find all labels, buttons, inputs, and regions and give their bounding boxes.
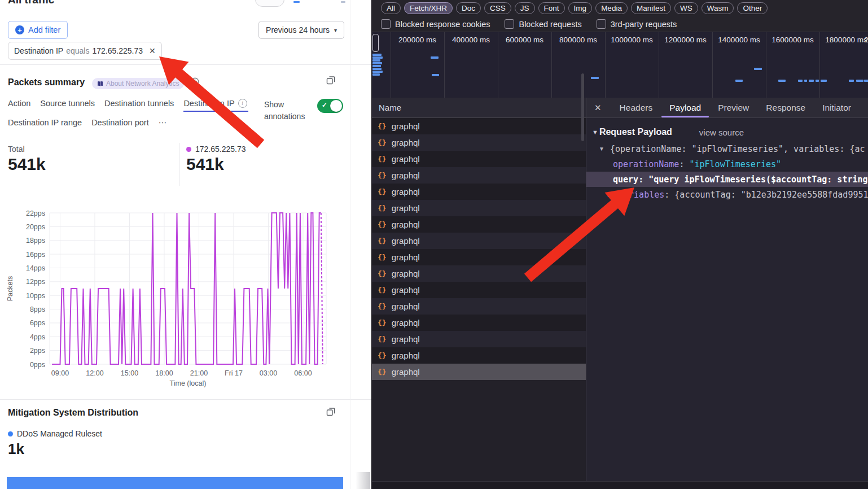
filter-pill-all[interactable]: All bbox=[381, 2, 401, 14]
detail-tab-preview[interactable]: Preview bbox=[718, 98, 749, 117]
devtools-footer bbox=[372, 481, 868, 489]
svg-text:18:00: 18:00 bbox=[155, 369, 173, 377]
filter-pill-doc[interactable]: Doc bbox=[456, 2, 481, 14]
filter-pill-media[interactable]: Media bbox=[595, 2, 628, 14]
filter-pill-js[interactable]: JS bbox=[515, 2, 535, 14]
request-timing-mark bbox=[372, 71, 383, 73]
tab-destination-ip-range[interactable]: Destination IP range bbox=[8, 118, 82, 127]
network-timeline[interactable]: 200000 ms400000 ms600000 ms800000 ms1000… bbox=[372, 32, 868, 98]
code-segment: : bbox=[664, 190, 674, 200]
scrollbar-thumb[interactable] bbox=[581, 73, 584, 141]
request-name: graphql bbox=[392, 334, 420, 344]
filter-chip-value: 172.65.225.73 bbox=[92, 46, 143, 55]
close-icon[interactable]: ✕ bbox=[594, 103, 602, 113]
svg-text:8pps: 8pps bbox=[30, 305, 45, 313]
request-timing-mark bbox=[372, 54, 382, 56]
tab-action[interactable]: Action bbox=[8, 99, 30, 108]
expand-card-icon[interactable] bbox=[326, 407, 335, 416]
collapsed-triangle-icon[interactable]: ▶ bbox=[608, 191, 612, 198]
timeline-label: 200000 ms bbox=[398, 36, 436, 44]
expand-card-icon[interactable] bbox=[326, 76, 335, 85]
json-braces-icon: {} bbox=[378, 368, 387, 376]
filter-pill-font[interactable]: Font bbox=[538, 2, 565, 14]
request-row[interactable]: {}graphql bbox=[372, 216, 586, 233]
timeline-label: 800000 ms bbox=[559, 36, 597, 44]
request-row[interactable]: {}graphql bbox=[372, 200, 586, 216]
request-name: graphql bbox=[392, 121, 420, 131]
svg-text:03:00: 03:00 bbox=[260, 369, 277, 377]
detail-tab-response[interactable]: Response bbox=[766, 98, 805, 117]
tab-source-tunnels[interactable]: Source tunnels bbox=[40, 99, 95, 108]
checkbox-blocked-response-cookies[interactable]: Blocked response cookies bbox=[381, 19, 490, 29]
request-name: graphql bbox=[392, 220, 420, 229]
svg-text:6pps: 6pps bbox=[30, 319, 45, 327]
request-row[interactable]: {}graphql bbox=[372, 184, 586, 200]
request-row[interactable]: {}graphql bbox=[372, 151, 586, 167]
request-row[interactable]: {}graphql bbox=[372, 282, 586, 298]
request-row[interactable]: {}graphql bbox=[372, 364, 586, 380]
time-range-label: Previous 24 hours bbox=[266, 25, 330, 34]
request-timing-mark bbox=[821, 80, 827, 82]
badge-label: About Network Analytics bbox=[106, 80, 179, 88]
request-row[interactable]: {}graphql bbox=[372, 315, 586, 331]
checkbox-blocked-requests[interactable]: Blocked requests bbox=[505, 19, 581, 29]
filter-pill-ws[interactable]: WS bbox=[674, 2, 698, 14]
tab-label: Destination IP bbox=[183, 99, 234, 108]
checkbox-box[interactable] bbox=[597, 19, 606, 29]
json-braces-icon: {} bbox=[378, 237, 387, 245]
analytics-panel: All traffic + Add filter Previous 24 hou… bbox=[0, 0, 371, 489]
request-row[interactable]: {}graphql bbox=[372, 167, 586, 184]
payload-content: ▼ Request Payload view source ▼{operatio… bbox=[586, 118, 868, 202]
section-divider bbox=[0, 399, 371, 400]
checkbox-box[interactable] bbox=[381, 19, 391, 29]
timeline-selection-handle[interactable] bbox=[372, 34, 379, 52]
request-row[interactable]: {}graphql bbox=[372, 347, 586, 364]
filter-pill-css[interactable]: CSS bbox=[484, 2, 511, 14]
tab-destination-ip[interactable]: Destination IPi bbox=[183, 99, 247, 108]
code-segment: operationName bbox=[613, 159, 679, 169]
expanded-triangle-icon[interactable]: ▼ bbox=[599, 146, 604, 152]
checkbox-box[interactable] bbox=[505, 19, 514, 29]
request-row[interactable]: {}graphql bbox=[372, 134, 586, 151]
filter-chip[interactable]: Destination IP equals 172.65.225.73 ✕ bbox=[8, 42, 162, 60]
request-timing-mark bbox=[372, 59, 380, 62]
request-name: graphql bbox=[392, 252, 420, 262]
network-filter-bar: AllFetch/XHRDocCSSJSFontImgMediaManifest… bbox=[372, 0, 868, 16]
checkbox-3rd-party-requests[interactable]: 3rd-party requests bbox=[597, 19, 677, 29]
request-row[interactable]: {}graphql bbox=[372, 233, 586, 249]
tab-destination-port[interactable]: Destination port bbox=[91, 118, 149, 127]
filter-pill-img[interactable]: Img bbox=[568, 2, 593, 14]
request-name: graphql bbox=[392, 203, 420, 213]
filter-chip-field: Destination IP bbox=[14, 46, 63, 55]
request-name: graphql bbox=[392, 285, 420, 295]
request-row[interactable]: {}graphql bbox=[372, 298, 586, 315]
tab-destination-tunnels[interactable]: Destination tunnels bbox=[104, 99, 174, 108]
request-timing-mark bbox=[372, 62, 382, 64]
request-row[interactable]: {}graphql bbox=[372, 249, 586, 265]
request-row[interactable]: {}graphql bbox=[372, 118, 586, 134]
time-range-dropdown[interactable]: Previous 24 hours ▾ bbox=[258, 21, 344, 39]
panel-edge-line bbox=[350, 0, 350, 489]
filter-pill-other[interactable]: Other bbox=[737, 2, 768, 14]
view-source-link[interactable]: view source bbox=[699, 128, 744, 137]
about-network-analytics-badge[interactable]: About Network Analytics bbox=[92, 78, 184, 89]
collapse-triangle-icon[interactable]: ▼ bbox=[592, 129, 598, 136]
tab-[interactable]: ⋯ bbox=[159, 118, 167, 127]
filter-pill-fetch-xhr[interactable]: Fetch/XHR bbox=[404, 2, 453, 14]
request-row[interactable]: {}graphql bbox=[372, 331, 586, 347]
filter-pill-manifest[interactable]: Manifest bbox=[631, 2, 671, 14]
request-row[interactable]: {}graphql bbox=[372, 265, 586, 282]
show-annotations-toggle[interactable]: ✓ bbox=[317, 99, 343, 113]
add-filter-button[interactable]: + Add filter bbox=[8, 21, 68, 39]
json-braces-icon: {} bbox=[378, 253, 387, 261]
clock-icon[interactable] bbox=[191, 77, 199, 86]
clipped-blue-mark bbox=[293, 1, 300, 3]
info-icon[interactable]: i bbox=[238, 99, 247, 108]
remove-filter-icon[interactable]: ✕ bbox=[149, 46, 156, 55]
detail-tab-headers[interactable]: Headers bbox=[620, 98, 653, 117]
filter-pill-wasm[interactable]: Wasm bbox=[702, 2, 734, 14]
detail-tab-payload[interactable]: Payload bbox=[669, 98, 701, 117]
timeline-gridline bbox=[605, 32, 606, 98]
timeline-gridline bbox=[766, 32, 766, 98]
detail-tab-initiator[interactable]: Initiator bbox=[822, 98, 851, 117]
